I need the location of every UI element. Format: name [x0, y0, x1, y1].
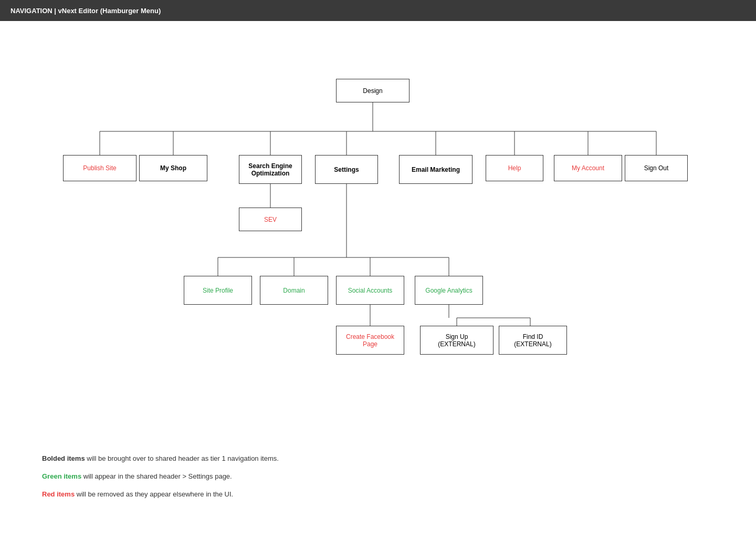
legend-green: Green items will appear in the shared he…	[42, 470, 714, 483]
tree-lines	[32, 74, 724, 410]
node-sign-out: Sign Out	[625, 155, 688, 181]
tree-diagram: Design Publish Site My Shop Search Engin…	[32, 74, 724, 410]
node-my-shop: My Shop	[139, 155, 207, 181]
node-sign-up-external: Sign Up (EXTERNAL)	[420, 326, 494, 355]
node-settings: Settings	[315, 155, 378, 184]
node-find-id-external: Find ID (EXTERNAL)	[499, 326, 567, 355]
app-header: NAVIGATION | vNext Editor (Hamburger Men…	[0, 0, 756, 21]
node-my-account: My Account	[554, 155, 622, 181]
node-domain: Domain	[260, 276, 328, 305]
node-create-facebook: Create Facebook Page	[336, 326, 404, 355]
legend: Bolded items will be brought over to sha…	[32, 452, 724, 501]
node-design: Design	[336, 79, 410, 102]
node-social-accounts: Social Accounts	[336, 276, 404, 305]
legend-bold: Bolded items will be brought over to sha…	[42, 452, 714, 465]
node-seo: Search Engine Optimization	[239, 155, 302, 184]
main-content: Design Publish Site My Shop Search Engin…	[0, 21, 756, 537]
legend-red: Red items will be removed as they appear…	[42, 488, 714, 501]
node-site-profile: Site Profile	[184, 276, 252, 305]
header-title: NAVIGATION | vNext Editor (Hamburger Men…	[10, 7, 161, 15]
node-sev: SEV	[239, 208, 302, 231]
node-email-marketing: Email Marketing	[399, 155, 472, 184]
node-publish-site: Publish Site	[63, 155, 136, 181]
node-help: Help	[486, 155, 543, 181]
node-google-analytics: Google Analytics	[415, 276, 483, 305]
